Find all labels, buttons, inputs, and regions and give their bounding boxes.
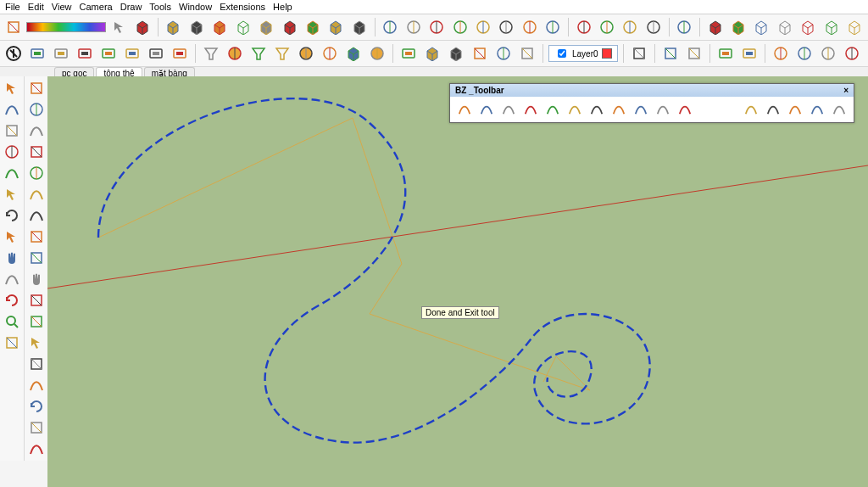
house-line3-icon[interactable]	[798, 17, 818, 37]
tool1-icon[interactable]	[517, 43, 537, 64]
layer-selector[interactable]: Layer0	[548, 45, 618, 62]
cylinder7-icon[interactable]	[520, 17, 539, 37]
refresh-icon[interactable]	[27, 397, 46, 416]
cube-line-icon[interactable]	[233, 17, 253, 37]
box2-icon[interactable]	[446, 43, 466, 64]
menu-camera[interactable]: Camera	[80, 2, 113, 12]
menu-help[interactable]: Help	[273, 2, 292, 12]
cylinder-red-icon[interactable]	[27, 100, 46, 119]
house-orange-icon[interactable]	[705, 17, 725, 37]
scale-icon[interactable]	[27, 143, 46, 161]
bz-oval-icon[interactable]	[587, 100, 606, 119]
bz-toolbar-titlebar[interactable]: BZ _Toolbar ×	[450, 84, 854, 97]
leaf-icon[interactable]	[27, 227, 46, 246]
waves-icon[interactable]	[470, 43, 490, 64]
bz-node2-icon[interactable]	[764, 100, 782, 119]
bz-toolbar-close-icon[interactable]: ×	[843, 86, 849, 95]
microwave-icon[interactable]	[122, 43, 142, 64]
stat-icon[interactable]	[684, 43, 704, 64]
house-line2-icon[interactable]	[775, 17, 794, 37]
cylinder4-icon[interactable]	[450, 17, 470, 37]
layer-color-swatch[interactable]	[602, 48, 612, 59]
dome-icon[interactable]	[320, 43, 340, 64]
sheet-icon[interactable]	[3, 121, 21, 140]
house-line1-icon[interactable]	[752, 17, 771, 37]
wheel1-icon[interactable]	[574, 17, 593, 37]
gift-icon[interactable]	[715, 43, 736, 64]
bz-node5-icon[interactable]	[830, 100, 849, 119]
bz-arc2-icon[interactable]	[632, 100, 650, 119]
bz-arc1-icon[interactable]	[609, 100, 628, 119]
teapot3-icon[interactable]	[75, 43, 95, 64]
style-gradient-strip[interactable]	[26, 22, 106, 32]
wedge-icon[interactable]	[248, 43, 269, 64]
menu-edit[interactable]: Edit	[28, 2, 44, 12]
wheel4-icon[interactable]	[643, 17, 663, 37]
bezier-icon[interactable]	[27, 121, 46, 140]
cylinder8-icon[interactable]	[543, 17, 563, 37]
menu-extensions[interactable]: Extensions	[220, 2, 265, 12]
wheel2-icon[interactable]	[597, 17, 616, 37]
diamond-icon[interactable]	[27, 79, 46, 98]
teapot2-icon[interactable]	[51, 43, 71, 64]
search-icon[interactable]	[3, 270, 21, 288]
tripod-icon[interactable]	[272, 43, 292, 64]
cylinder6-icon[interactable]	[497, 17, 516, 37]
walk-icon[interactable]	[27, 418, 46, 437]
door-icon[interactable]	[27, 249, 46, 267]
cube-shade4-icon[interactable]	[349, 17, 369, 37]
sphere1-icon[interactable]	[794, 43, 815, 64]
spiral-icon[interactable]	[27, 206, 46, 225]
viewport[interactable]: Done and Exit tool BZ _Toolbar ×	[47, 76, 868, 487]
cube-gray-icon[interactable]	[186, 17, 206, 37]
search2-icon[interactable]	[27, 376, 46, 395]
arrow-icon[interactable]	[3, 79, 21, 98]
filter-icon[interactable]	[629, 43, 649, 64]
sandbox-icon[interactable]	[132, 17, 152, 37]
sun2-icon[interactable]	[367, 43, 387, 64]
sun-icon[interactable]	[296, 43, 316, 64]
house-gray-icon[interactable]	[728, 17, 748, 37]
cylinder-icon[interactable]	[381, 17, 400, 37]
circle-orange-icon[interactable]	[225, 43, 245, 64]
cube-dashed-icon[interactable]	[256, 17, 275, 37]
wheel3-icon[interactable]	[620, 17, 640, 37]
globe-icon[interactable]	[675, 17, 694, 37]
arc-blue-icon[interactable]	[27, 185, 46, 204]
bz-toolbar-panel[interactable]: BZ _Toolbar ×	[449, 83, 854, 123]
home-icon[interactable]	[27, 355, 46, 373]
frame-icon[interactable]	[398, 43, 419, 64]
protractor-icon[interactable]	[27, 164, 46, 182]
cylinder3-icon[interactable]	[426, 17, 446, 37]
cube-shade3-icon[interactable]	[326, 17, 346, 37]
menu-draw[interactable]: Draw	[120, 2, 142, 12]
bars-icon[interactable]	[660, 43, 681, 64]
house-line5-icon[interactable]	[844, 17, 864, 37]
keyboard-icon[interactable]	[98, 43, 119, 64]
bz-arc3-icon[interactable]	[654, 100, 672, 119]
chip-icon[interactable]	[146, 43, 166, 64]
bz-arc4-icon[interactable]	[676, 100, 694, 119]
hand-orange-icon[interactable]	[27, 270, 46, 288]
move-red-icon[interactable]	[3, 185, 21, 204]
cube-shade2-icon[interactable]	[303, 17, 322, 37]
teapot1-icon[interactable]	[27, 43, 47, 64]
pencil-red-icon[interactable]	[3, 100, 21, 119]
arc-icon[interactable]	[3, 164, 21, 182]
path-icon[interactable]	[27, 439, 46, 458]
move-orange-icon[interactable]	[27, 333, 46, 352]
ruler-icon[interactable]	[27, 312, 46, 331]
cylinder2-icon[interactable]	[403, 17, 423, 37]
sphere2-icon[interactable]	[818, 43, 838, 64]
hand-red-icon[interactable]	[3, 249, 21, 267]
bz-square-icon[interactable]	[565, 100, 584, 119]
clock-icon[interactable]	[3, 143, 21, 161]
bz-node4-icon[interactable]	[808, 100, 826, 119]
cube-brown-icon[interactable]	[210, 17, 230, 37]
cylinder5-icon[interactable]	[473, 17, 492, 37]
cube-green-icon[interactable]	[422, 43, 442, 64]
box-icon[interactable]	[343, 43, 364, 64]
bz-node1-icon[interactable]	[742, 100, 760, 119]
menu-view[interactable]: View	[52, 2, 72, 12]
bz-curve3-icon[interactable]	[499, 100, 518, 119]
